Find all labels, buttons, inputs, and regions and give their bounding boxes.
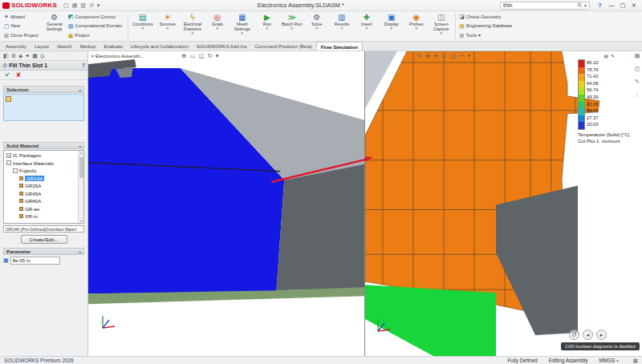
side-face-dark[interactable] (276, 164, 364, 291)
legend-settings-icon[interactable]: ▤ (603, 53, 608, 59)
selection-group-header[interactable]: Selection ▴ (3, 86, 84, 93)
cancel-button[interactable]: ✘ (16, 71, 22, 79)
plot-edit-icon[interactable]: ✎ (635, 79, 640, 85)
material-tree[interactable]: +IC Packages -Interface Materials -Fujip… (3, 150, 84, 224)
pm-tab-display-manager[interactable]: ▦ (32, 53, 38, 59)
tab-lifecycle-and-collaboration[interactable]: Lifecycle and Collaboration (127, 42, 193, 51)
component-control-button[interactable]: ◩Component Control (67, 12, 124, 21)
tree-item-fujipoly[interactable]: -Fujipoly (5, 167, 77, 175)
wizard-button[interactable]: ✦Wizard (2, 12, 40, 21)
clone-project-button[interactable]: ⊞Clone Project (2, 31, 40, 40)
tab-solidworks-add-ins[interactable]: SOLIDWORKS Add-Ins (193, 42, 251, 51)
next-button[interactable]: ▸ (596, 330, 607, 340)
zoom-in-icon[interactable]: ⊕ (425, 52, 429, 59)
general-settings-button[interactable]: ⚙ General Settings (43, 12, 67, 40)
search-dropdown-icon[interactable]: ▾ (584, 2, 587, 8)
conditions-button[interactable]: ▤Conditions▾ (130, 12, 155, 40)
tags-icon[interactable]: ▦ (633, 358, 638, 364)
zoom-in-icon[interactable]: ⊕ (181, 52, 186, 59)
batch-run-button[interactable]: ≫Batch Run▾ (279, 12, 304, 40)
tab-layout[interactable]: Layout (30, 42, 53, 51)
ok-button[interactable]: ✔ (5, 71, 10, 79)
zoom-fit-icon[interactable]: ▭ (441, 52, 447, 59)
previous-button[interactable]: ◂ (583, 330, 593, 340)
expander-icon[interactable]: - (6, 160, 11, 165)
scroll-up-icon[interactable]: ▴ (79, 151, 83, 155)
scroll-down-icon[interactable]: ▾ (79, 219, 83, 223)
pm-tab-flow-simulation[interactable]: ◎ (40, 53, 45, 59)
tree-scrollbar[interactable]: ▴ ▾ (78, 151, 83, 223)
create-edit-button[interactable]: Create/Edit... (21, 235, 67, 244)
gap-size-input[interactable]: 8e-05 m (10, 257, 60, 265)
more-options-icon[interactable]: ⋮ (635, 91, 640, 98)
check-geometry-button[interactable]: ◪Check Geometry (457, 12, 514, 21)
search-box[interactable]: thin ▾ (500, 2, 590, 10)
display-button[interactable]: ▣Display▾ (379, 12, 404, 40)
qat-dropdown-icon[interactable]: ▾ (97, 2, 100, 9)
tree-item-ic-packages[interactable]: +IC Packages (5, 152, 77, 160)
results-button[interactable]: ▥Results▾ (329, 12, 354, 40)
undo-icon[interactable]: ↺ (89, 2, 94, 9)
flyout-expand-icon[interactable]: ▾ (91, 54, 94, 59)
display-style-icon[interactable]: ◫ (198, 52, 204, 59)
minimize-button[interactable]: — (606, 2, 617, 8)
tools-button[interactable]: ⚙Tools▾ (457, 31, 514, 40)
pm-tab-properties[interactable]: ◧ (3, 53, 9, 59)
tab-command-predictor[interactable]: Command Predictor (Beta) (250, 42, 315, 51)
undo-view-button[interactable]: ↺ (569, 330, 579, 340)
expander-icon[interactable]: - (13, 168, 18, 173)
tab-assembly[interactable]: Assembly (2, 42, 30, 51)
open-document-icon[interactable]: ▤ (72, 2, 78, 9)
tree-item-gr25a[interactable]: GR25A (5, 182, 77, 190)
right-viewport[interactable]: ↻ ⊕ ⊖ ▭ ◫ ✂ ▾ ▤ ✎ (365, 51, 642, 356)
tab-flow-simulation[interactable]: Flow Simulation (316, 42, 363, 51)
legend-edit-icon[interactable]: ✎ (611, 53, 615, 59)
pm-help-icon[interactable]: ? (82, 63, 85, 68)
section-view-icon[interactable]: ✂ (459, 52, 464, 59)
screen-capture-button[interactable]: ◫Screen Capture▾ (429, 12, 453, 40)
save-icon[interactable]: ▥ (80, 2, 86, 9)
new-document-icon[interactable]: ▢ (63, 2, 69, 9)
view-options-dropdown-icon[interactable]: ▾ (216, 52, 219, 59)
run-button[interactable]: ▶Run▾ (254, 12, 279, 40)
computational-domain-button[interactable]: ▧Computational Domain (67, 22, 124, 30)
zoom-out-icon[interactable]: ⊖ (433, 52, 438, 59)
zoom-fit-icon[interactable]: ▭ (189, 52, 195, 59)
close-button[interactable]: ✕ (628, 2, 640, 9)
selection-list-box[interactable] (3, 94, 84, 121)
tree-item-gr80a[interactable]: GR80A (5, 197, 77, 205)
goals-button[interactable]: ◎Goals▾ (205, 12, 230, 40)
tree-item-gr-ae[interactable]: GR-ae (5, 205, 77, 213)
view-options-dropdown-icon[interactable]: ▾ (467, 52, 470, 59)
pm-tab-configurations[interactable]: ◈ (18, 53, 22, 59)
tab-markup[interactable]: Markup (75, 42, 100, 51)
maximize-button[interactable]: ▢ (617, 2, 628, 9)
engineering-database-button[interactable]: ▤Engineering Database (457, 22, 514, 30)
legend-color-bar[interactable] (578, 59, 585, 130)
scrollbar-thumb[interactable] (79, 157, 83, 178)
electrical-features-button[interactable]: ϟElectrical Features▾ (180, 12, 205, 40)
parameter-group-header[interactable]: Parameter ▴ (3, 248, 84, 255)
display-style-icon[interactable]: ◫ (450, 52, 456, 59)
mesh-settings-button[interactable]: ▦Mesh Settings▾ (230, 12, 254, 40)
tab-evaluate[interactable]: Evaluate (100, 42, 126, 51)
pm-tab-dimxpert[interactable]: ✦ (25, 53, 30, 59)
sources-button[interactable]: ☀Sources▾ (155, 12, 180, 40)
rotate-view-icon[interactable]: ↻ (416, 52, 421, 59)
probes-button[interactable]: ◉Probes▾ (404, 12, 429, 40)
search-input[interactable]: thin (503, 2, 577, 8)
tree-item-xr-m[interactable]: XR-m (5, 212, 77, 220)
tree-item-gr14a[interactable]: GR14A (5, 175, 77, 183)
solid-material-group-header[interactable]: Solid Material ▴ (3, 142, 84, 149)
insert-button[interactable]: ✚Insert▾ (354, 12, 379, 40)
tree-item-interface-materials[interactable]: -Interface Materials (5, 160, 77, 168)
solve-button[interactable]: ⚙Solve▾ (304, 12, 329, 40)
new-project-button[interactable]: ▢New (2, 22, 40, 30)
rotate-view-icon[interactable]: ↻ (207, 52, 212, 59)
expander-icon[interactable]: + (6, 153, 11, 158)
plot-display-icon[interactable]: ◫ (635, 66, 640, 72)
flyout-feature-tree[interactable]: ▾ Electronics Assembl... (91, 53, 144, 59)
left-viewport[interactable]: ▾ Electronics Assembl... ⊕ ▭ ◫ ↻ ▾ (88, 51, 365, 356)
tree-item-gr45a[interactable]: GR45A (5, 190, 77, 198)
tab-sketch[interactable]: Sketch (53, 42, 75, 51)
